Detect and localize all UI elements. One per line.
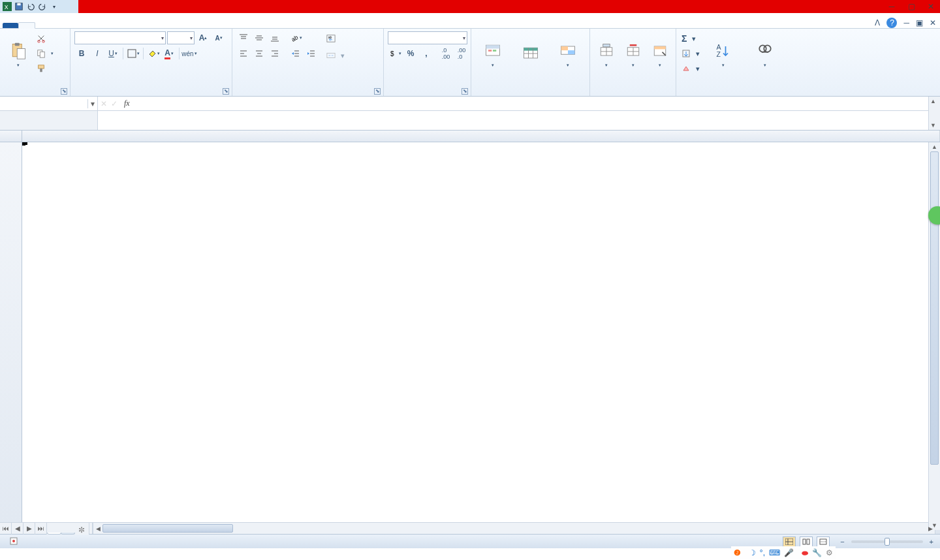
format-as-table-button[interactable] xyxy=(513,31,548,78)
ime-toolbar[interactable]: ❷ ☽ °, ⌨ 🎤 ⬬ 🔧 ⚙ xyxy=(731,546,836,559)
workbook-close-icon[interactable]: ✕ xyxy=(930,18,936,27)
formula-scroll-up-icon[interactable]: ▲ xyxy=(930,98,936,104)
ribbon-minimize-icon[interactable]: ᐱ xyxy=(875,18,880,27)
macro-record-icon[interactable] xyxy=(9,537,18,547)
select-all-corner[interactable] xyxy=(0,131,22,142)
bold-icon[interactable]: B xyxy=(74,47,89,60)
sheet-nav-next-icon[interactable]: ▶ xyxy=(24,523,35,535)
align-left-icon[interactable] xyxy=(236,47,251,60)
percent-icon[interactable]: % xyxy=(403,47,418,60)
phonetic-icon[interactable]: wén▾ xyxy=(182,47,196,60)
increase-font-icon[interactable]: A▴ xyxy=(196,31,210,44)
clipboard-launcher-icon[interactable]: ⬊ xyxy=(61,88,67,95)
ime-tool-icon[interactable]: 🔧 xyxy=(812,548,822,557)
align-bottom-icon[interactable] xyxy=(268,31,282,44)
font-size-combo[interactable]: ▾ xyxy=(167,31,195,44)
sheet-nav-last-icon[interactable]: ⏭ xyxy=(35,523,47,535)
orientation-icon[interactable]: ab▾ xyxy=(289,31,303,44)
cell-styles-button[interactable]: ▾ xyxy=(550,31,586,78)
decrease-decimal-icon[interactable]: .00.0 xyxy=(454,47,469,60)
formula-bar-scrollbar[interactable]: ▲ ▼ xyxy=(928,97,940,130)
tab-review[interactable] xyxy=(98,23,114,28)
ime-gear-icon[interactable]: ⚙ xyxy=(826,548,833,557)
undo-icon[interactable] xyxy=(26,2,35,11)
merge-center-button[interactable]: ▾ xyxy=(325,48,346,63)
ime-pill-icon[interactable]: ⬬ xyxy=(802,548,808,557)
font-color-icon[interactable]: A▾ xyxy=(162,47,176,60)
enter-formula-icon[interactable]: ✓ xyxy=(111,99,118,108)
delete-cells-button[interactable]: ▾ xyxy=(621,31,645,78)
zoom-out-icon[interactable]: − xyxy=(838,538,847,546)
name-box-dropdown-icon[interactable]: ▾ xyxy=(87,99,97,108)
save-icon[interactable] xyxy=(14,2,24,11)
minimize-icon[interactable]: ─ xyxy=(886,1,897,12)
ime-voice-icon[interactable]: 🎤 xyxy=(784,548,794,557)
tab-view[interactable] xyxy=(114,23,129,28)
sheet-nav-prev-icon[interactable]: ◀ xyxy=(12,523,24,535)
fill-button[interactable]: ▾ xyxy=(680,46,701,61)
scroll-up-icon[interactable]: ▲ xyxy=(929,142,940,151)
scroll-right-icon[interactable]: ▶ xyxy=(926,523,935,534)
alignment-launcher-icon[interactable]: ⬊ xyxy=(374,88,381,95)
ime-moon-icon[interactable]: ☽ xyxy=(749,548,756,557)
fill-handle[interactable] xyxy=(22,142,25,146)
sheet-tab-2[interactable] xyxy=(61,533,75,535)
format-painter-button[interactable] xyxy=(35,61,55,76)
sort-filter-button[interactable]: AZ ▾ xyxy=(704,31,743,78)
formula-input[interactable] xyxy=(134,99,928,108)
cut-button[interactable] xyxy=(35,31,55,46)
close-icon[interactable]: ✕ xyxy=(926,1,936,12)
increase-decimal-icon[interactable]: .0.00 xyxy=(439,47,453,60)
italic-icon[interactable]: I xyxy=(90,47,104,60)
workbook-restore-icon[interactable]: ▣ xyxy=(916,18,923,27)
new-sheet-icon[interactable]: ✼ xyxy=(74,525,89,535)
conditional-formatting-button[interactable]: ▾ xyxy=(475,31,510,78)
tab-home[interactable] xyxy=(18,22,35,29)
zoom-slider-knob[interactable] xyxy=(885,538,890,546)
tab-formulas[interactable] xyxy=(67,23,82,28)
formula-scroll-down-icon[interactable]: ▼ xyxy=(930,122,936,129)
format-cells-button[interactable]: ▾ xyxy=(648,31,672,78)
view-page-break-icon[interactable] xyxy=(817,537,830,547)
fx-icon[interactable]: fx xyxy=(120,99,134,108)
copy-button[interactable]: ▾ xyxy=(35,46,55,61)
comma-icon[interactable]: , xyxy=(419,47,433,60)
tab-developer[interactable] xyxy=(129,23,145,28)
help-icon[interactable]: ? xyxy=(886,18,897,28)
border-icon[interactable]: ▾ xyxy=(126,47,140,60)
qat-more-icon[interactable]: ▾ xyxy=(50,2,59,11)
cancel-formula-icon[interactable]: ✕ xyxy=(101,99,107,108)
maximize-icon[interactable]: ▢ xyxy=(906,1,916,12)
workbook-minimize-icon[interactable]: ─ xyxy=(903,18,909,27)
name-box-input[interactable] xyxy=(0,99,87,108)
horizontal-scrollbar[interactable]: ◀ ▶ xyxy=(93,523,935,534)
underline-icon[interactable]: U▾ xyxy=(106,47,120,60)
align-middle-icon[interactable] xyxy=(252,31,266,44)
paste-button[interactable]: ▾ xyxy=(4,31,33,78)
sheet-tab-1[interactable] xyxy=(47,533,61,535)
font-name-combo[interactable]: ▾ xyxy=(74,31,166,44)
tab-page-layout[interactable] xyxy=(51,23,67,28)
decrease-font-icon[interactable]: A▾ xyxy=(212,31,226,44)
ime-logo-icon[interactable]: ❷ xyxy=(734,548,741,557)
scroll-left-icon[interactable]: ◀ xyxy=(93,523,102,534)
redo-icon[interactable] xyxy=(38,2,47,11)
zoom-in-icon[interactable]: + xyxy=(927,538,936,546)
name-box[interactable]: ▾ xyxy=(0,97,97,111)
autosum-button[interactable]: Σ▾ xyxy=(680,31,701,46)
insert-cells-button[interactable]: ▾ xyxy=(594,31,618,78)
align-right-icon[interactable] xyxy=(268,47,282,60)
increase-indent-icon[interactable] xyxy=(304,47,319,60)
align-center-icon[interactable] xyxy=(252,47,266,60)
hscroll-thumb[interactable] xyxy=(102,524,233,533)
column-header[interactable] xyxy=(22,131,940,142)
ime-punct-icon[interactable]: °, xyxy=(760,548,765,557)
tab-insert[interactable] xyxy=(35,23,51,28)
accounting-format-icon[interactable]: $▾ xyxy=(388,47,402,60)
font-launcher-icon[interactable]: ⬊ xyxy=(223,88,229,95)
zoom-slider[interactable] xyxy=(851,540,923,543)
clear-button[interactable]: ▾ xyxy=(680,61,701,76)
view-page-layout-icon[interactable] xyxy=(800,537,813,547)
wrap-text-button[interactable]: ab xyxy=(325,31,346,46)
number-launcher-icon[interactable]: ⬊ xyxy=(462,88,468,95)
